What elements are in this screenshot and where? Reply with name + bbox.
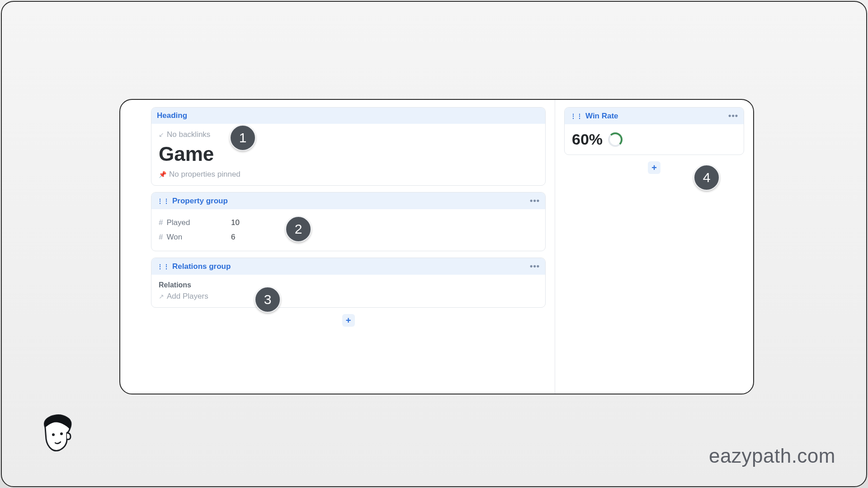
property-group-card: ⋮⋮ Property group ••• # Played 10 # bbox=[151, 192, 546, 251]
property-group-menu-button[interactable]: ••• bbox=[530, 196, 540, 206]
heading-card: Heading ↙ No backlinks Game 📌 No propert… bbox=[151, 107, 546, 186]
brand-watermark: eazypath.com bbox=[709, 445, 835, 467]
hash-icon: # bbox=[159, 233, 163, 242]
annotation-badge-3: 3 bbox=[255, 286, 281, 313]
drag-handle-icon[interactable]: ⋮⋮ bbox=[157, 197, 170, 205]
page-title[interactable]: Game bbox=[159, 143, 538, 165]
winrate-label: Win Rate bbox=[585, 112, 618, 121]
property-group-header[interactable]: ⋮⋮ Property group ••• bbox=[151, 192, 545, 209]
heading-card-header[interactable]: Heading bbox=[151, 108, 545, 124]
winrate-header[interactable]: ⋮⋮ Win Rate ••• bbox=[565, 108, 744, 124]
progress-ring-icon bbox=[608, 132, 623, 147]
annotation-badge-1: 1 bbox=[230, 125, 256, 151]
winrate-value: 60% bbox=[572, 131, 603, 148]
property-value[interactable]: 10 bbox=[231, 218, 240, 227]
property-value[interactable]: 6 bbox=[231, 233, 235, 242]
property-label: Won bbox=[166, 233, 182, 242]
drag-handle-icon[interactable]: ⋮⋮ bbox=[570, 113, 583, 120]
property-row-won[interactable]: # Won 6 bbox=[159, 230, 538, 244]
app-frame: Heading ↙ No backlinks Game 📌 No propert… bbox=[1, 1, 867, 487]
relations-group-menu-button[interactable]: ••• bbox=[530, 262, 540, 271]
pinned-row[interactable]: 📌 No properties pinned bbox=[159, 170, 538, 179]
annotation-badge-2: 2 bbox=[285, 216, 311, 242]
relations-group-body: Relations ↗ Add Players bbox=[151, 275, 545, 307]
backlink-arrow-icon: ↙ bbox=[159, 131, 164, 138]
property-group-body: # Played 10 # Won 6 bbox=[151, 209, 545, 251]
winrate-card: ⋮⋮ Win Rate ••• 60% bbox=[564, 107, 744, 155]
add-block-button-left[interactable]: + bbox=[342, 314, 355, 327]
backlinks-row[interactable]: ↙ No backlinks bbox=[159, 130, 538, 139]
property-label: Played bbox=[166, 218, 190, 227]
add-relation-label: Add Players bbox=[167, 292, 208, 301]
editor-window: Heading ↙ No backlinks Game 📌 No propert… bbox=[119, 99, 754, 394]
relations-section-title: Relations bbox=[159, 281, 538, 289]
add-relation-button[interactable]: ↗ Add Players bbox=[159, 292, 538, 301]
relations-group-header[interactable]: ⋮⋮ Relations group ••• bbox=[151, 258, 545, 275]
relations-group-card: ⋮⋮ Relations group ••• Relations ↗ Add P… bbox=[151, 258, 546, 308]
winrate-body: 60% bbox=[565, 124, 744, 155]
property-group-label: Property group bbox=[172, 197, 228, 206]
pin-icon: 📌 bbox=[159, 171, 166, 178]
avatar bbox=[37, 414, 76, 458]
add-block-button-right[interactable]: + bbox=[648, 161, 660, 174]
relation-arrow-icon: ↗ bbox=[159, 293, 164, 300]
hash-icon: # bbox=[159, 218, 163, 227]
property-row-played[interactable]: # Played 10 bbox=[159, 216, 538, 230]
svg-point-0 bbox=[52, 433, 55, 436]
right-column: ⋮⋮ Win Rate ••• 60% + bbox=[555, 100, 753, 394]
winrate-menu-button[interactable]: ••• bbox=[728, 111, 738, 121]
annotation-badge-4: 4 bbox=[693, 164, 720, 191]
heading-card-body: ↙ No backlinks Game 📌 No properties pinn… bbox=[151, 124, 545, 185]
heading-card-label: Heading bbox=[157, 111, 187, 120]
add-block-wrapper: + bbox=[151, 314, 546, 327]
backlinks-text: No backlinks bbox=[167, 130, 210, 139]
left-column: Heading ↙ No backlinks Game 📌 No propert… bbox=[120, 100, 555, 394]
relations-group-label: Relations group bbox=[172, 262, 231, 271]
svg-point-1 bbox=[60, 432, 63, 435]
pinned-text: No properties pinned bbox=[169, 170, 241, 179]
drag-handle-icon[interactable]: ⋮⋮ bbox=[157, 263, 170, 270]
